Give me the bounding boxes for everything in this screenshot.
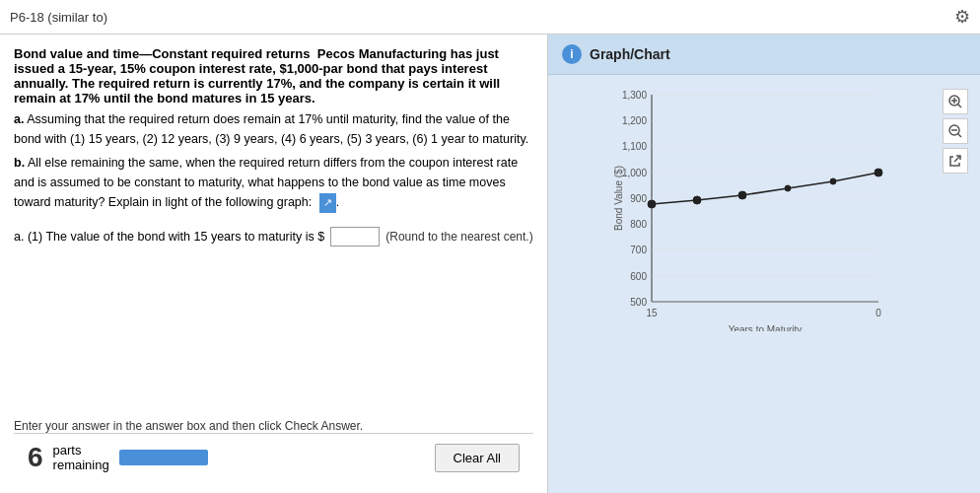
bottom-bar: 6 parts remaining Clear All xyxy=(14,433,533,481)
parts-info: 6 parts remaining xyxy=(28,442,208,473)
svg-point-33 xyxy=(693,196,701,204)
title-bar: P6-18 (similar to) ⚙ xyxy=(0,0,980,35)
svg-point-37 xyxy=(875,169,882,176)
svg-text:1,200: 1,200 xyxy=(622,115,647,126)
svg-text:1,000: 1,000 xyxy=(622,168,647,178)
svg-point-36 xyxy=(830,178,836,184)
parts-text: parts remaining xyxy=(53,443,109,472)
page-title: P6-18 (similar to) xyxy=(10,10,107,25)
clear-all-button[interactable]: Clear All xyxy=(435,444,520,472)
zoom-out-button[interactable] xyxy=(943,118,968,144)
svg-text:900: 900 xyxy=(630,193,647,204)
right-panel: i Graph/Chart xyxy=(548,35,980,493)
graph-header: i Graph/Chart xyxy=(548,35,980,75)
part-a: a. Assuming that the required return doe… xyxy=(14,109,533,149)
answer-prefix: a. (1) The value of the bond with 15 yea… xyxy=(14,230,324,244)
svg-text:600: 600 xyxy=(630,271,647,282)
main-container: P6-18 (similar to) ⚙ Bond value and time… xyxy=(0,0,980,493)
answer-suffix: (Round to the nearest cent.) xyxy=(385,230,532,244)
svg-point-35 xyxy=(785,185,791,191)
chart-svg: 1,300 1,200 1,100 1,000 900 800 700 xyxy=(558,85,893,331)
svg-text:700: 700 xyxy=(630,245,647,255)
part-b: b. All else remaining the same, when the… xyxy=(14,153,533,213)
svg-text:500: 500 xyxy=(630,297,647,308)
svg-text:Bond Value ($): Bond Value ($) xyxy=(613,166,624,231)
parts-label: parts xyxy=(53,443,109,458)
svg-point-32 xyxy=(648,200,656,208)
part-b-label: b. xyxy=(14,156,25,170)
svg-text:0: 0 xyxy=(875,308,881,318)
svg-line-5 xyxy=(958,134,962,138)
zoom-in-button[interactable] xyxy=(943,89,968,114)
info-icon: i xyxy=(562,44,582,64)
graph-title: Graph/Chart xyxy=(590,46,670,62)
left-panel: Bond value and time—Constant required re… xyxy=(0,35,548,493)
content-area: Bond value and time—Constant required re… xyxy=(0,35,980,493)
instruction: Enter your answer in the answer box and … xyxy=(14,409,533,433)
graph-area: 1,300 1,200 1,100 1,000 900 800 700 xyxy=(548,75,980,493)
problem-heading: Bond value and time—Constant required re… xyxy=(14,46,533,106)
external-link-button[interactable] xyxy=(943,148,968,174)
graph-controls xyxy=(943,89,968,174)
parts-number: 6 xyxy=(28,442,43,473)
svg-text:15: 15 xyxy=(646,308,658,318)
part-a-text: Assuming that the required return does r… xyxy=(14,112,528,146)
answer-input[interactable] xyxy=(330,227,380,246)
remaining-label: remaining xyxy=(53,458,109,472)
part-b-text: All else remaining the same, when the re… xyxy=(14,156,518,209)
progress-bar xyxy=(119,450,208,465)
graph-link[interactable]: ↗ xyxy=(319,193,336,213)
svg-line-7 xyxy=(954,156,960,162)
svg-point-34 xyxy=(738,191,746,199)
answer-row: a. (1) The value of the bond with 15 yea… xyxy=(14,227,533,246)
svg-text:800: 800 xyxy=(630,219,647,230)
problem-heading-bold: Bond value and time—Constant required re… xyxy=(14,46,311,61)
svg-text:Years to Maturity: Years to Maturity xyxy=(729,324,803,331)
svg-line-1 xyxy=(958,105,962,108)
svg-text:1,300: 1,300 xyxy=(622,90,647,101)
part-a-label: a. xyxy=(14,112,24,126)
gear-icon[interactable]: ⚙ xyxy=(954,6,970,28)
svg-text:1,100: 1,100 xyxy=(622,141,647,152)
